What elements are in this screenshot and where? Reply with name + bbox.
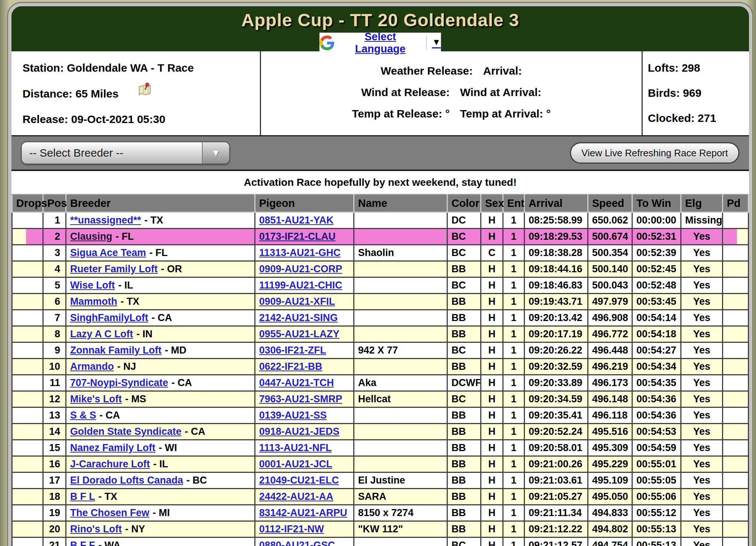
arrival-cell: 09:21:05.27 xyxy=(525,489,588,505)
breeder-cell: Rueter Family Loft- OR xyxy=(66,261,255,277)
language-dropdown-arrow-icon[interactable]: ▼ xyxy=(432,38,441,48)
speed-cell: 494.754 xyxy=(588,538,632,546)
elg-cell: Yes xyxy=(681,391,723,407)
breeder-state: - TX xyxy=(121,296,140,307)
breeder-link[interactable]: Sigua Ace Team xyxy=(70,247,146,258)
pd-cell xyxy=(723,229,749,245)
pigeon-link[interactable]: 11313-AU21-GHC xyxy=(259,247,341,258)
ent-cell: 1 xyxy=(503,342,525,359)
breeder-link[interactable]: Golden State Syndicate xyxy=(70,426,182,437)
sex-cell: H xyxy=(481,472,503,489)
elg-cell: Yes xyxy=(681,472,723,489)
pigeon-link[interactable]: 0173-IF21-CLAU xyxy=(259,231,336,242)
pd-cell xyxy=(723,212,749,229)
drops-cell xyxy=(12,472,43,489)
breeder-link[interactable]: Zonnak Family Loft xyxy=(70,345,162,356)
speed-cell: 500.043 xyxy=(588,277,632,294)
pigeon-link[interactable]: 0909-AU21-CORP xyxy=(259,263,342,274)
breeder-state: - CA xyxy=(172,377,192,388)
pigeon-link[interactable]: 0447-AU21-TCH xyxy=(259,377,334,388)
pigeon-link[interactable]: 21049-CU21-ELC xyxy=(259,475,339,486)
arrival-cell: 09:18:44.16 xyxy=(525,261,588,277)
language-selector[interactable]: Select Language ▼ xyxy=(319,33,441,53)
pos-cell: 20 xyxy=(43,521,66,538)
name-cell xyxy=(354,277,447,294)
clocked-stat: Clocked: 271 xyxy=(648,112,749,124)
to-win-cell: 00:53:45 xyxy=(632,294,681,310)
pigeon-link[interactable]: 0112-IF21-NW xyxy=(259,523,324,535)
breeder-cell: 707-Noypi-Syndicate- CA xyxy=(66,375,255,391)
drops-cell xyxy=(12,245,43,261)
ent-cell: 1 xyxy=(503,538,525,546)
select-dropdown-arrow-icon[interactable]: ▼ xyxy=(202,142,229,164)
pigeon-link[interactable]: 0851-AU21-YAK xyxy=(259,215,334,226)
pos-cell: 1 xyxy=(43,212,66,229)
breeder-link[interactable]: Armando xyxy=(70,361,114,372)
ent-cell: 1 xyxy=(503,326,525,342)
drops-cell xyxy=(12,310,43,326)
speed-cell: 500.674 xyxy=(588,229,632,245)
sex-cell: H xyxy=(481,375,503,391)
breeder-link[interactable]: J-Carachure Loft xyxy=(70,458,150,470)
sex-cell: H xyxy=(481,212,503,229)
pigeon-link[interactable]: 0880-AU21-GSC xyxy=(259,540,335,546)
elg-cell: Yes xyxy=(681,538,723,546)
table-row: 5 Wise Loft- IL 11199-AU21-CHIC BC H 1 0… xyxy=(12,277,749,294)
ent-cell: 1 xyxy=(503,391,525,407)
breeder-link[interactable]: Clausing xyxy=(70,231,112,242)
pigeon-link[interactable]: 0918-AU21-JEDS xyxy=(259,426,340,437)
pos-cell: 7 xyxy=(43,310,66,326)
pigeon-link[interactable]: 0001-AU21-JCL xyxy=(259,458,332,470)
pigeon-link[interactable]: 0909-AU21-XFIL xyxy=(259,296,335,307)
pigeon-link[interactable]: 7963-AU21-SMRP xyxy=(259,393,342,405)
breeder-link[interactable]: S & S xyxy=(70,410,96,421)
pigeon-link[interactable]: 11199-AU21-CHIC xyxy=(259,280,342,291)
pigeon-link[interactable]: 0139-AU21-SS xyxy=(259,410,327,421)
breeder-link[interactable]: Rino's Loft xyxy=(70,523,122,535)
sex-cell: H xyxy=(481,342,503,359)
breeder-link[interactable]: **unassigned** xyxy=(70,215,141,226)
drops-cell xyxy=(12,342,43,359)
breeder-link[interactable]: Mammoth xyxy=(70,296,117,307)
map-pin-icon[interactable] xyxy=(136,82,152,100)
breeder-link[interactable]: 707-Noypi-Syndicate xyxy=(70,377,168,388)
pigeon-link[interactable]: 1113-AU21-NFL xyxy=(259,442,332,453)
ent-cell: 1 xyxy=(503,277,525,294)
breeder-link[interactable]: Wise Loft xyxy=(70,280,115,291)
to-win-cell: 00:55:01 xyxy=(632,456,681,472)
drops-cell xyxy=(12,294,43,310)
breeder-link[interactable]: The Chosen Few xyxy=(70,507,150,518)
pigeon-link[interactable]: 2142-AU21-SING xyxy=(259,312,338,323)
pd-cell xyxy=(723,294,749,310)
arrival-cell: 09:20:17.19 xyxy=(525,326,588,342)
breeder-link[interactable]: B F F xyxy=(70,540,95,546)
breeder-link[interactable]: SinghFamilyLoft xyxy=(70,312,148,323)
pigeon-cell: 0622-IF21-BB xyxy=(255,359,354,375)
breeder-link[interactable]: Rueter Family Loft xyxy=(70,263,158,274)
breeder-link[interactable]: Mike's Loft xyxy=(70,393,122,405)
pigeon-link[interactable]: 0306-IF21-ZFL xyxy=(259,345,326,356)
sex-cell: H xyxy=(481,456,503,472)
breeder-cell: Nanez Family Loft- WI xyxy=(66,440,255,456)
breeder-cell: Golden State Syndicate- CA xyxy=(66,424,255,440)
live-report-button[interactable]: View Live Refreshing Race Report xyxy=(570,142,739,164)
to-win-cell: 00:52:31 xyxy=(632,229,681,245)
pigeon-link[interactable]: 0622-IF21-BB xyxy=(259,361,322,372)
breeder-select[interactable]: -- Select Breeder -- ▼ xyxy=(21,141,230,164)
breeder-link[interactable]: El Dorado Lofts Canada xyxy=(70,475,183,486)
name-cell: 942 X 77 xyxy=(354,342,447,359)
pigeon-link[interactable]: 83142-AU21-ARPU xyxy=(259,507,347,518)
breeder-link[interactable]: Nanez Family Loft xyxy=(70,442,155,453)
pigeon-link[interactable]: 0955-AU21-LAZY xyxy=(259,328,340,339)
breeder-link[interactable]: Lazy A C Loft xyxy=(70,328,133,339)
breeder-cell: Clausing- FL xyxy=(66,229,255,245)
pigeon-link[interactable]: 24422-AU21-AA xyxy=(259,491,333,502)
breeder-link[interactable]: B F L xyxy=(70,491,95,502)
ent-cell: 1 xyxy=(503,521,525,538)
pd-cell xyxy=(723,261,749,277)
color-cell: BB xyxy=(447,261,481,277)
pigeon-cell: 0112-IF21-NW xyxy=(255,521,354,538)
speed-cell: 495.229 xyxy=(588,456,632,472)
pd-cell xyxy=(723,521,749,538)
color-cell: BC xyxy=(447,391,481,407)
